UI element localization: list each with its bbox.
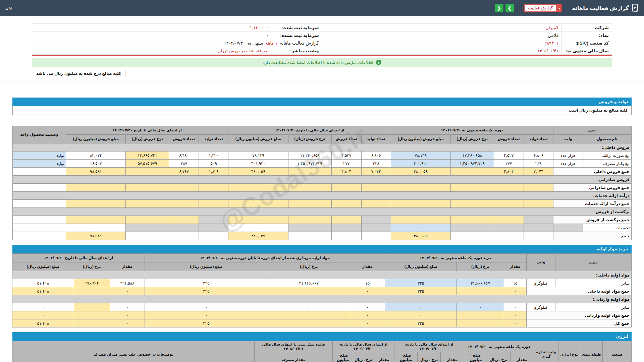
total-row: جمع درآمد ارائه خدمات۰۰۰۰۰۰۰۰۰ bbox=[13, 200, 632, 208]
table-cell: سایر bbox=[555, 279, 632, 287]
table-cell: جمع درآمد ارائه خدمات bbox=[553, 200, 631, 208]
table-cell: ۹۸,۵۸۱ bbox=[66, 168, 126, 176]
table-cell: ۲۹۱,۵۸۸ bbox=[110, 279, 145, 287]
prev-report-button[interactable]: ❮ bbox=[495, 4, 503, 12]
energy-table: صنعتطبقه بندینوع انرژیواحد اندازه گیریدو… bbox=[12, 341, 632, 362]
table-cell bbox=[524, 216, 553, 224]
table-cell: ۰ bbox=[331, 200, 361, 208]
column-header: دوره یک ماهه منتهی به ۱۴۰۴/۰۷/۳۰ bbox=[391, 126, 553, 135]
raw-materials-table: شرحواحدخرید دوره یک ماهه منتهی به ۱۴۰۴/۰… bbox=[12, 253, 632, 327]
company-link[interactable]: لامیران bbox=[322, 24, 562, 32]
report-type-label: گزارش فعالیت bbox=[525, 5, 556, 11]
table-cell bbox=[331, 224, 361, 232]
publisher-status-label: وضعیت ناشر: bbox=[272, 47, 322, 55]
table-cell bbox=[450, 184, 494, 192]
language-toggle-en[interactable]: EN bbox=[5, 6, 12, 11]
table-cell: ۰ bbox=[504, 303, 527, 311]
column-header: مبلغ فروش (میلیون ریال) bbox=[66, 135, 126, 143]
total-row: جمع فروش داخلی۷,۰۴۴۴,۸۰۴۴۸۰,۰۵۹۷,۰۴۴۴,۸۰… bbox=[13, 168, 632, 176]
table-cell: هزار عدد bbox=[553, 160, 583, 168]
next-report-button[interactable]: ❯ bbox=[505, 4, 514, 12]
table-cell bbox=[524, 232, 553, 240]
table-cell: ۰ bbox=[66, 184, 126, 192]
section-row: مواد اولیه وارداتی: bbox=[12, 295, 631, 303]
table-cell bbox=[288, 232, 331, 240]
column-header: نرخ - ریال bbox=[418, 352, 441, 362]
table-cell: ۰ bbox=[385, 303, 457, 311]
table-cell: ۰ bbox=[504, 311, 527, 319]
column-header: مبلغ - میلیون ریال bbox=[394, 352, 418, 362]
column-header: تعداد تولید bbox=[199, 135, 228, 143]
table-cell: ۰ bbox=[66, 216, 126, 224]
table-cell: ۲۷۷ bbox=[494, 160, 524, 168]
column-header: مقدار bbox=[504, 262, 527, 271]
table-cell bbox=[268, 319, 350, 327]
table-cell: ۱,۳۲۰ bbox=[199, 152, 228, 160]
table-cell bbox=[199, 232, 228, 240]
column-header: تعداد فروش bbox=[169, 135, 199, 143]
publisher-status-value: پذیرفته شده در بورس تهران bbox=[32, 47, 272, 55]
table-cell: ۰ bbox=[228, 200, 288, 208]
report-type-select[interactable]: ▾ گزارش فعالیت bbox=[524, 4, 562, 12]
signed-data-banner: i اطلاعات نمایش داده شده با اطلاعات امضا… bbox=[32, 58, 612, 67]
table-cell: ۰ bbox=[494, 216, 524, 224]
table-cell bbox=[13, 216, 66, 224]
data-row: تخفیفات۰۰۰ bbox=[13, 224, 632, 232]
column-header: نرخ (ریال) bbox=[74, 262, 110, 271]
table-cell: تولید bbox=[13, 160, 66, 168]
table-cell: ۰ bbox=[110, 311, 145, 319]
table-cell: ۷۸,۱۳۹ bbox=[228, 152, 288, 160]
data-row: تیغ صورت تراشیهزار عدد۶,۸۰۶۴,۵۲۷۱۷,۲۶۰,۶… bbox=[13, 152, 632, 160]
table-cell: ۰ bbox=[391, 224, 450, 232]
table-cell: ۰ bbox=[199, 200, 228, 208]
column-header: نرخ (ریال) bbox=[268, 262, 350, 271]
column-header: از ابتدای سال مالی تا تاریخ ۱۴۰۴/۰۷/۳۰ bbox=[228, 126, 391, 135]
table-cell bbox=[450, 232, 494, 240]
table-cell: سایر bbox=[555, 303, 632, 311]
table-cell: ۰ bbox=[228, 216, 288, 224]
total-row: جمع۴۸۰,۰۵۹۴۸۰,۰۵۹۹۸,۵۸۱ bbox=[13, 232, 632, 240]
table-cell: ۳۲۵ bbox=[145, 279, 268, 287]
table-cell bbox=[169, 224, 199, 232]
table-cell bbox=[126, 224, 169, 232]
table-cell: ۰ bbox=[331, 216, 361, 224]
table-cell: ۱,۴۵۰,۹۷۴,۷۲۹ bbox=[450, 160, 494, 168]
table-cell bbox=[74, 311, 110, 319]
column-header: شرح bbox=[555, 254, 632, 271]
table-cell bbox=[199, 216, 228, 224]
table-cell: ۱۶,۵۰۷ bbox=[66, 160, 126, 168]
column-header: توضیحات در خصوص علت تغییر میزان مصرف bbox=[12, 341, 255, 362]
table-cell: ۰ bbox=[169, 200, 199, 208]
report-period-date: ۱۴۰۴/۰۷/۳۰ bbox=[224, 41, 245, 46]
table-cell: ۰ bbox=[361, 184, 391, 192]
column-header: مواد اولیه خریداری شده از ابتدای دوره تا… bbox=[145, 254, 385, 262]
section-row: فروش داخلی: bbox=[13, 143, 632, 152]
column-header: نرخ - ریال bbox=[353, 352, 374, 362]
column-header: تعداد تولید bbox=[361, 135, 391, 143]
table-cell: ۰ bbox=[350, 303, 385, 311]
chevron-down-icon: ▾ bbox=[557, 6, 560, 10]
table-cell: ۰ bbox=[228, 224, 288, 232]
table-cell: ۰ bbox=[74, 303, 110, 311]
table-cell bbox=[457, 287, 504, 295]
table-cell: ۳۲۵ bbox=[145, 287, 268, 295]
table-cell: ۴۸۰,۰۵۹ bbox=[228, 232, 288, 240]
table-cell: ۵۰۹ bbox=[199, 160, 228, 168]
column-header: مقدار bbox=[350, 262, 385, 271]
column-header: از ابتدای سال مالی تا تاریخ ۱۴۰۳/۰۷/۳۰ bbox=[66, 126, 228, 135]
table-cell: ۲۸۷ bbox=[169, 160, 199, 168]
column-header: وضعیت محصول-واحد bbox=[13, 126, 66, 143]
table-cell bbox=[288, 184, 331, 192]
table-header-row: شرحدوره یک ماهه منتهی به ۱۴۰۴/۰۷/۳۰از اب… bbox=[13, 126, 632, 135]
report-navigation: ❯ ❮ bbox=[495, 4, 514, 12]
column-header: دوره یک ماهه منتهی به ۱۴۰۴/۰۷/۳۰ bbox=[464, 341, 534, 352]
table-cell: کیلوگرم bbox=[527, 303, 555, 311]
column-header: مقدار مصرف bbox=[255, 352, 333, 362]
table-cell: ۵۱,۴۰۸ bbox=[12, 287, 74, 295]
section-header-sales: تولید و فروش bbox=[12, 98, 632, 106]
total-row: جمع مواد اولیه داخلی۰۳۲۵۰۳۲۵۰۵۱,۴۰۸ bbox=[12, 287, 631, 295]
report-content: تولید و فروش کلیه مبالغ به میلیون ریال ا… bbox=[12, 98, 632, 362]
table-cell: ۱,۸۲۹ bbox=[199, 168, 228, 176]
table-header-row: صنعتطبقه بندینوع انرژیواحد اندازه گیریدو… bbox=[12, 341, 632, 352]
column-header: مبلغ فروش (میلیون ریال) bbox=[228, 135, 288, 143]
